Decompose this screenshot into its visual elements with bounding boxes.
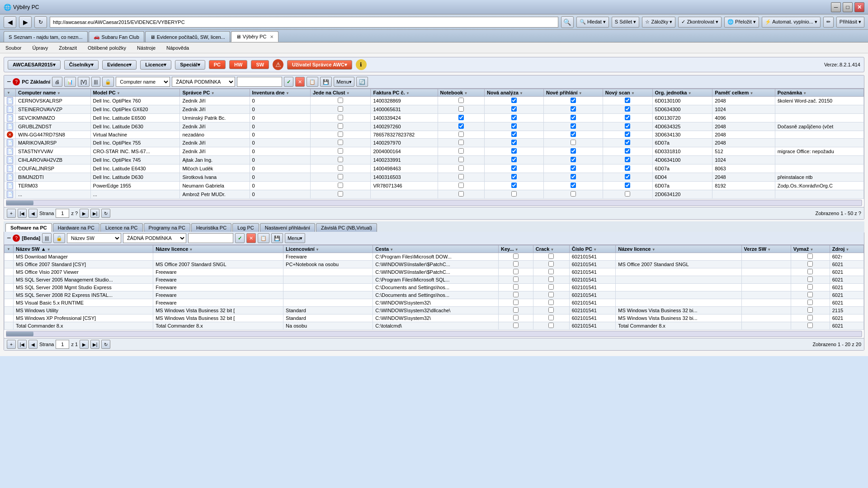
v-btn[interactable]: [V]	[78, 77, 89, 87]
bottom-pg-refresh-btn[interactable]: ↻	[101, 340, 110, 349]
search-button[interactable]: 🔍	[561, 16, 574, 28]
bottom-columns-btn[interactable]: |||	[42, 233, 52, 243]
bottom-minus-btn[interactable]: −	[7, 234, 11, 242]
sw-col-licencovani[interactable]: Licencování	[283, 245, 373, 253]
filter-field-select[interactable]: Computer name	[116, 77, 170, 87]
pg-first-btn[interactable]: |◀	[18, 209, 27, 218]
col-spravce-pc[interactable]: Správce PC	[180, 89, 250, 97]
back-button[interactable]: ◀	[4, 16, 16, 28]
table-row[interactable]: 📄 STASTNYVVAV CRO-STAR INC. MS-67... Zed…	[5, 147, 864, 156]
col-inventura[interactable]: Inventura dne	[250, 89, 310, 97]
licence-nav-btn[interactable]: Licence▾	[140, 60, 171, 70]
col-computer-name[interactable]: Computer name	[16, 89, 91, 97]
sw-col-vymaz[interactable]: Vymaž	[791, 245, 830, 253]
bottom-save-btn[interactable]: 💾	[271, 233, 283, 243]
zalozky-button[interactable]: ☆ Záložky ▾	[642, 17, 675, 28]
col-faktura[interactable]: Faktura PC č.	[371, 89, 438, 97]
bottom-filter-field-select[interactable]: Název SW	[67, 233, 121, 243]
address-bar[interactable]	[50, 17, 558, 28]
hw-nav-btn[interactable]: HW	[229, 60, 247, 69]
tab-programy-na-pc[interactable]: Programy na PC	[144, 223, 190, 232]
bottom-lock-btn[interactable]: 🔒	[53, 233, 65, 243]
pg-prev-btn[interactable]: ◀	[28, 209, 38, 218]
table-row[interactable]: MS SQL Server 2008 Mgmt Studio Express F…	[5, 284, 864, 291]
tab-evidence[interactable]: 🖥 Evidence počítačů, SW, licen...	[145, 31, 230, 42]
sw-col-icon[interactable]	[5, 245, 14, 253]
table-row[interactable]: 📄 CERNOVSKALRSP Dell Inc. OptiPlex 760 Z…	[5, 97, 864, 105]
col-poznamka[interactable]: Poznámka	[775, 89, 863, 97]
bottom-copy-btn[interactable]: 📋	[258, 233, 269, 243]
sw-col-crack[interactable]: Crack	[533, 245, 569, 253]
pg-refresh-btn[interactable]: ↻	[101, 209, 110, 218]
col-org[interactable]: Org. jednotka	[652, 89, 712, 97]
uzivatel-nav-btn[interactable]: Uživatel Správce AWC▾	[287, 60, 352, 70]
table-row[interactable]: 📄 ... ... Ambrož Petr MUDr. 0 2D0634120	[5, 190, 864, 199]
menu-soubor[interactable]: Soubor	[4, 44, 23, 52]
sw-col-key[interactable]: Key...	[498, 245, 533, 253]
table-row[interactable]: 📄 SEVCIKMNMZO Dell Inc. Latitude E6500 U…	[5, 114, 864, 122]
bottom-menu-btn[interactable]: Menu▾	[285, 233, 306, 243]
sw-col-cesta[interactable]: Cesta	[373, 245, 499, 253]
lock-btn[interactable]: 🔒	[102, 77, 114, 87]
sw-col-lic-name[interactable]: Název licence	[616, 245, 741, 253]
evidence-nav-btn[interactable]: Evidence▾	[102, 60, 137, 70]
bottom-pg-prev-btn[interactable]: ◀	[28, 340, 38, 349]
table-row[interactable]: MS Windows XP Professional [CSY] MS Wind…	[5, 314, 864, 322]
prelozit-button[interactable]: 🌐 Přeložit ▾	[724, 17, 759, 28]
table-row[interactable]: MS SQL Server 2005 Management Studio... …	[5, 276, 864, 284]
tab-heuristika-pc[interactable]: Heuristika PC	[191, 223, 231, 232]
bottom-filter-ok-btn[interactable]: ✓	[235, 233, 245, 243]
tab-log-pc[interactable]: Log PC	[232, 223, 259, 232]
refresh-button[interactable]: ↻	[34, 16, 47, 28]
minus-btn[interactable]: −	[7, 78, 11, 86]
bottom-filter-value-input[interactable]	[188, 233, 233, 243]
menu-napoveda[interactable]: Nápověda	[165, 44, 191, 52]
close-button[interactable]: ✕	[854, 2, 864, 12]
bottom-help-btn[interactable]: ?	[13, 235, 20, 242]
pc-nav-btn[interactable]: PC	[209, 60, 226, 69]
pg-last-btn[interactable]: ▶|	[90, 209, 99, 218]
table-row[interactable]: Total Commander 8.x Total Commander 8.x …	[5, 322, 864, 330]
pg-page-input[interactable]	[56, 209, 69, 218]
bottom-table-scrollbar[interactable]	[6, 331, 862, 337]
tab-nastaveni-prihlasovani[interactable]: Nastavení přihlávání	[260, 223, 315, 232]
table-row[interactable]: MS SQL Server 2008 R2 Express INSTAL... …	[5, 291, 864, 299]
bottom-filter-clear-btn[interactable]: ✕	[246, 233, 256, 243]
refresh-data-btn[interactable]: 🔄	[356, 77, 368, 87]
sdilet-button[interactable]: S Sdílet ▾	[612, 17, 640, 28]
autofill-button[interactable]: ⚡ Automat. vyplnio... ▾	[762, 17, 821, 28]
sw-col-cislo-pc[interactable]: Číslo PC	[569, 245, 616, 253]
table-row[interactable]: 📄 TERM03 PowerEdge 1955 Neumann Gabriela…	[5, 182, 864, 190]
help-btn[interactable]: ?	[13, 78, 20, 85]
col-clust[interactable]: Jede na Clust	[310, 89, 371, 97]
copy-btn[interactable]: 📋	[307, 77, 318, 87]
top-table-scroll[interactable]: Computer name Model PC Správce PC Invent…	[4, 89, 864, 199]
bottom-pg-page-input[interactable]	[56, 340, 69, 349]
tab-licence-na-pc[interactable]: Licence na PC	[100, 223, 143, 232]
minimize-button[interactable]: ─	[831, 2, 841, 12]
filter-ok-btn[interactable]: ✓	[284, 77, 293, 87]
col-pamet[interactable]: Paměť celkem	[712, 89, 775, 97]
tab-subaru[interactable]: 🚗 Subaru Fan Club	[89, 31, 144, 42]
table-row[interactable]: MS Windows Utility MS Windows Vista Busi…	[5, 307, 864, 314]
table-row[interactable]: ✕ WIN-GG447RD7SN8 Virtual Machine nezadá…	[5, 131, 864, 139]
forward-button[interactable]: ▶	[19, 16, 32, 28]
tab-close-icon[interactable]: ✕	[270, 34, 274, 39]
table-row[interactable]: 📄 GRUBLZNDST Dell Inc. Latitude D630 Zed…	[5, 122, 864, 131]
zkontrolovat-button[interactable]: ✓ Zkontrolovat ▾	[678, 17, 722, 28]
excel-btn[interactable]: 📊	[64, 77, 76, 87]
print-btn[interactable]: 🖨	[52, 77, 62, 87]
awcaesar-nav-btn[interactable]: AWCAESAR2015▾	[8, 60, 61, 70]
table-row[interactable]: 📄 COUFALJNRSP Dell Inc. Latitude E6430 M…	[5, 164, 864, 173]
table-row[interactable]: MS Office 2007 Standard [CSY] MS Office …	[5, 261, 864, 268]
menu-btn[interactable]: Menu▾	[334, 77, 354, 87]
table-row[interactable]: MS Office Visio 2007 Viewer Freeware C:\…	[5, 268, 864, 276]
filter-clear-btn[interactable]: ✕	[295, 77, 305, 87]
col-icon[interactable]	[5, 89, 16, 97]
special-nav-btn[interactable]: Speciál▾	[175, 60, 205, 70]
bottom-pg-first-btn[interactable]: |◀	[18, 340, 27, 349]
save-btn[interactable]: 💾	[320, 77, 332, 87]
sw-col-nazev[interactable]: Název SW ▲	[14, 245, 153, 253]
pg-next-btn[interactable]: ▶	[80, 209, 89, 218]
col-analyza[interactable]: Nová analýza	[485, 89, 544, 97]
